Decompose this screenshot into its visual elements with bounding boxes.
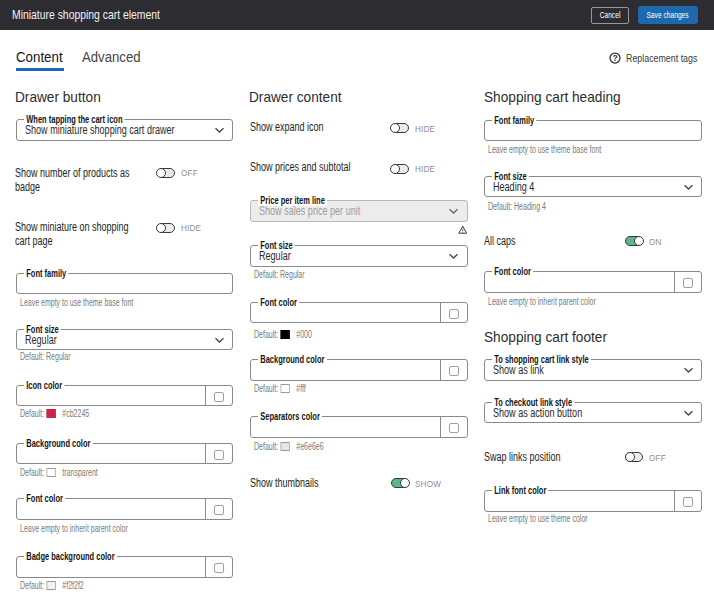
- svg-text:?: ?: [612, 53, 617, 63]
